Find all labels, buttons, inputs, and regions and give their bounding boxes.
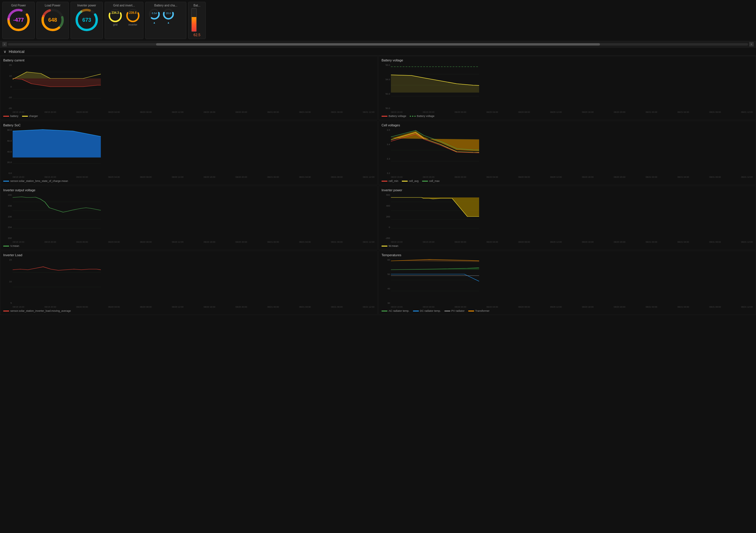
legend-label-battery: battery [10, 115, 18, 118]
inverter-power-x-axis: 08/19 16:00 08/19 20:00 08/20 00:00 08/2… [382, 241, 753, 243]
bat-title: Bat... [191, 4, 202, 7]
grid-gauge: 234.3 grid [108, 8, 122, 26]
inverter-power-value: 673 [82, 17, 91, 23]
legend-label-cellmax: cell_max [429, 179, 440, 182]
charts-grid: Battery current 20 10 0 -10 -20 [0, 56, 756, 315]
historical-chevron: ∨ [4, 49, 7, 54]
inverter-output-area: 240 238 236 234 232 [3, 193, 374, 240]
inverter-load-y-axis: 15 10 5 [3, 258, 13, 305]
temperatures-y-axis: 60 50 40 30 [382, 258, 391, 305]
bat-mini-2: 20.6 ▲ [163, 8, 174, 24]
legend-label-bv1: Battery voltage [389, 115, 406, 118]
temperatures-panel: Temperatures 60 50 40 30 [378, 251, 756, 315]
battery-charge-card: Battery and cha... 8.54 ▲ 20.6 ▲ [145, 2, 186, 39]
legend-label-dc-rad: DC radiator temp. [420, 309, 441, 312]
scroll-right-btn[interactable]: › [749, 42, 754, 46]
scroll-thumb [156, 43, 600, 45]
inverter-power-gauge: 673 [75, 8, 98, 32]
battery-soc-x-axis: 08/19 16:00 08/19 20:00 08/20 00:00 08/2… [3, 176, 374, 178]
battery-current-panel: Battery current 20 10 0 -10 -20 [0, 56, 378, 120]
bat-value: 62.5 [191, 33, 202, 37]
historical-header[interactable]: ∨ Historical [0, 48, 756, 56]
battery-current-title: Battery current [3, 59, 374, 62]
battery-soc-svg [13, 128, 101, 172]
legend-dot-dc-rad [413, 310, 419, 311]
grid-inverter-card: Grid and invert... 234.3 grid 239.8 inve… [105, 2, 144, 39]
svg-marker-23 [13, 72, 60, 79]
cell-voltages-svg [391, 128, 479, 172]
svg-marker-28 [391, 74, 479, 93]
inverter-output-title: Inverter output voltage [3, 188, 374, 192]
cell-voltages-panel: Cell voltages 3.5 3.4 3.3 3.2 [378, 121, 756, 185]
svg-marker-52 [391, 259, 479, 267]
battery-voltage-area: 56.0 54.0 52.0 50.0 [382, 63, 753, 110]
cell-voltages-x-axis: 08/19 16:00 08/19 20:00 08/20 00:00 08/2… [382, 176, 753, 178]
load-power-gauge: 648 [41, 8, 64, 32]
legend-dot-wmean [382, 246, 388, 247]
inverter-load-legend: sensor.solar_station_inverter_load.movin… [3, 309, 374, 312]
legend-dot-invload [3, 310, 9, 311]
battery-current-legend: battery charger [3, 115, 374, 118]
grid-power-card: Grid Power -477 [2, 2, 35, 39]
cell-voltages-area: 3.5 3.4 3.3 3.2 [382, 128, 753, 175]
inverter-power-card: Inverter power 673 [70, 2, 103, 39]
legend-dot-soc [3, 181, 9, 182]
battery-soc-panel: Battery SoC 80.0 60.0 40.0 20.0 0.0 08/1… [0, 121, 378, 185]
grid-power-title: Grid Power [11, 4, 26, 7]
battery-soc-legend: sensor.solar_station_bms_state_of_charge… [3, 179, 374, 182]
legend-label-wmean: W.mean [389, 245, 398, 247]
bat-mini-1: 8.54 ▲ [148, 8, 160, 24]
legend-label-charger: charger [29, 115, 38, 118]
inverter-load-area: 15 10 5 [3, 258, 374, 305]
svg-marker-37 [391, 131, 479, 152]
legend-label-pv-rad: PV radiator [451, 309, 465, 312]
inverter-power-legend: W.mean [382, 245, 753, 247]
inverter-power-title: Inverter power [77, 4, 96, 7]
battery-voltage-svg [391, 63, 479, 107]
legend-label-invload: sensor.solar_station_inverter_load.movin… [10, 309, 71, 312]
inverter-power-y-axis: 600 400 200 0 -200 [382, 193, 391, 240]
bat-fill [192, 17, 196, 31]
scroll-track [8, 43, 748, 45]
top-bar: Grid Power -477 Load Power 648 Inverter … [0, 0, 756, 41]
battery-soc-area: 80.0 60.0 40.0 20.0 0.0 [3, 128, 374, 175]
battery-current-area: 20 10 0 -10 -20 [3, 63, 374, 110]
scroll-left-btn[interactable]: ‹ [2, 42, 7, 46]
battery-charge-title: Battery and cha... [148, 4, 183, 7]
battery-voltage-x-axis: 08/19 16:00 08/19 20:00 08/20 00:00 08/2… [382, 111, 753, 114]
cell-voltages-y-axis: 3.5 3.4 3.3 3.2 [382, 128, 391, 175]
temperatures-area: 60 50 40 30 [382, 258, 753, 305]
battery-voltage-title: Battery voltage [382, 59, 753, 62]
bat-card: Bat... 62.5 [188, 2, 206, 39]
inverter-output-panel: Inverter output voltage 240 238 236 234 … [0, 186, 378, 250]
load-power-value: 648 [48, 17, 57, 23]
load-power-title: Load Power [45, 4, 60, 7]
svg-marker-46 [391, 198, 479, 217]
bat-bar [191, 8, 197, 32]
legend-dot-charger [22, 116, 28, 117]
inverter-output-x-axis: 08/19 16:00 08/19 20:00 08/20 00:00 08/2… [3, 241, 374, 243]
inverter-output-y-axis: 240 238 236 234 232 [3, 193, 13, 240]
inverter-label: inverter [128, 23, 137, 26]
legend-label-ac-rad: AC radiator temp. [389, 309, 410, 312]
bat-arrow-1: ▲ [153, 21, 156, 24]
grid-power-value: -477 [13, 17, 24, 23]
inverter-power-chart-area: 600 400 200 0 -200 [382, 193, 753, 240]
temperatures-x-axis: 08/19 16:00 08/19 20:00 08/20 00:00 08/2… [382, 306, 753, 308]
battery-current-x-axis: 08/19 16:00 08/19 20:00 08/20 00:00 08/2… [3, 111, 374, 114]
legend-label-bv2: Battery voltage [417, 115, 434, 118]
legend-dot-vmean [3, 246, 9, 247]
svg-marker-22 [13, 77, 101, 87]
legend-dot-cellavg [402, 181, 408, 182]
bat-arrow-2: ▲ [167, 21, 170, 24]
temperatures-legend: AC radiator temp. DC radiator temp. PV r… [382, 309, 753, 312]
inverter-gauge: 239.8 inverter [125, 8, 140, 26]
legend-label-soc: sensor.solar_station_bms_state_of_charge… [10, 179, 68, 182]
legend-label-cellmin: cell_min [389, 179, 398, 182]
battery-voltage-panel: Battery voltage 56.0 54.0 52.0 50.0 08/1… [378, 56, 756, 120]
legend-dot-bv1 [382, 116, 388, 117]
battery-soc-y-axis: 80.0 60.0 40.0 20.0 0.0 [3, 128, 13, 175]
legend-label-vmean: V.mean [10, 245, 19, 247]
legend-label-cellavg: cell_avg [409, 179, 418, 182]
legend-dot-cellmax [422, 181, 428, 182]
